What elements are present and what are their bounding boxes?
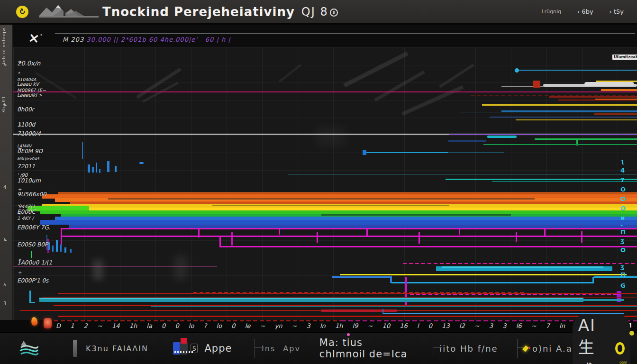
trace-segment xyxy=(594,113,637,115)
toolbar-group1-label[interactable]: K3nu FAIAΛIN xyxy=(86,344,148,353)
chart-mark: ↓ xyxy=(18,122,22,127)
watermark: AI生成 0000 xyxy=(573,314,630,364)
nav-back-button-2[interactable]: ‹ t5y xyxy=(610,8,624,15)
left-rail: lnb-ul vnbnqw 3luc01 ↳↳4↳ʌ3 xyxy=(0,25,13,332)
trace-segment xyxy=(448,140,486,142)
trace-segment xyxy=(92,167,94,173)
x-tick-label: 3 xyxy=(502,322,506,329)
x-tick-label: 0 xyxy=(162,322,165,329)
chart-mark: + xyxy=(18,60,22,65)
right-edge-glyph: O xyxy=(620,205,626,212)
trace-segment xyxy=(60,245,62,252)
right-edge-glyph: ʅ xyxy=(620,157,624,164)
right-edge-glyph: O xyxy=(620,246,626,254)
trace-segment xyxy=(40,210,637,214)
toolbar-group5-label[interactable]: iito Hb f/ne xyxy=(439,344,498,354)
x-axis: D12~141hla00lo?lo0le~yn~3ln1hl9~1016l013… xyxy=(0,320,637,332)
right-edge-glyph: - xyxy=(620,222,623,229)
trace-segment xyxy=(401,85,464,116)
trace-segment xyxy=(58,293,637,294)
y-axis-label: EB006Y 7G. xyxy=(17,224,51,231)
x-tick-label: le xyxy=(245,322,251,329)
trace-segment xyxy=(410,294,617,295)
page-title: Tnockind Perejeheiativiny xyxy=(102,5,295,19)
y-axis-label: E000P'1 0s xyxy=(17,277,48,284)
right-edge-glyph: O xyxy=(620,195,626,202)
nav-back-button-1[interactable]: ‹ 6by xyxy=(577,8,593,15)
asterisk-icon[interactable]: ×· xyxy=(27,30,43,46)
x-tick-label: 7 xyxy=(546,322,550,329)
top-right-label: Lrügnlq xyxy=(541,9,561,15)
trace-segment xyxy=(439,64,474,88)
toolbar-group4-label[interactable]: Ma: tius chImnoil de=Ica xyxy=(319,337,412,360)
ship-icon[interactable] xyxy=(173,342,188,355)
x-tick-label: 10 xyxy=(382,322,391,329)
x-tick-label: ~ xyxy=(97,322,102,329)
trace-segment xyxy=(317,232,318,243)
chart-mark: + xyxy=(18,210,22,216)
trace-segment xyxy=(29,302,35,303)
trace-segment xyxy=(29,291,31,303)
x-tick-label: 14 xyxy=(112,322,120,329)
x-axis-ticks: D12~141hla00lo?lo0le~yn~3ln1hl9~1016l013… xyxy=(0,322,637,329)
trace-segment xyxy=(516,232,517,242)
filter-query[interactable]: M 203 30.000 || 2*601b 60 4he.000|e' - 6… xyxy=(63,36,231,43)
notification-dot xyxy=(347,333,350,336)
toolbar-group3a-label[interactable]: Ins xyxy=(262,344,275,353)
trace-segment xyxy=(56,240,58,252)
app-logo-icon[interactable]: ↻ xyxy=(16,6,28,18)
trace-segment xyxy=(332,276,391,278)
toolbar-group3b-label[interactable]: Apv xyxy=(283,344,300,353)
chart-mark: ↑ xyxy=(18,258,22,263)
y-axis-label: M0U/nV0A5 xyxy=(17,157,39,161)
trace-segment xyxy=(279,228,280,235)
trace-segment xyxy=(40,220,637,225)
x-tick-label: ~ xyxy=(260,322,265,329)
trace-segment xyxy=(403,263,637,264)
app-window: ↻ Tnockind Perejeheiativiny QJ 8 Lrügnlq… xyxy=(0,0,637,364)
trace-segment xyxy=(31,251,32,258)
trace-segment xyxy=(58,316,637,317)
chart-mark: + xyxy=(18,270,22,275)
trace-segment xyxy=(391,282,592,283)
x-tick-label: D xyxy=(56,322,61,329)
circled-dot-icon xyxy=(330,9,338,17)
timeline-chart[interactable]: 20.0x/n010404ALaaau kVM0096? (E~Laeeulkl… xyxy=(13,47,637,320)
rail-mark: ʌ xyxy=(3,282,6,287)
trace-segment xyxy=(592,277,594,283)
trace-segment xyxy=(366,152,448,153)
legend-chip[interactable]: Ufamitzeab xyxy=(612,55,637,60)
trace-segment xyxy=(174,256,187,280)
y-axis-label: 1A00u0 1/(1 xyxy=(17,259,52,266)
top-bar-right: Lrügnlq ‹ 6by ‹ t5y xyxy=(541,8,624,15)
top-bar: ↻ Tnockind Perejeheiativiny QJ 8 Lrügnlq… xyxy=(0,0,637,25)
right-edge-glyph: ʒ xyxy=(620,263,624,270)
panel-icon[interactable] xyxy=(73,340,77,357)
watermark-text: AI生成 xyxy=(578,316,611,364)
trace-segment xyxy=(64,247,66,253)
x-tick-label: 0 xyxy=(175,322,179,329)
right-edge-glyph: ɴ xyxy=(620,214,625,221)
trace-segment xyxy=(549,96,637,98)
title-suffix: QJ 8 xyxy=(301,5,338,18)
filter-underline xyxy=(55,33,635,34)
trace-segment xyxy=(219,236,221,247)
toolbar-group6-label[interactable]: o)ni A.a xyxy=(532,344,573,354)
x-tick-label: ~ xyxy=(531,322,537,329)
toolbar-divider-1 xyxy=(255,339,255,358)
right-edge-glyph: ʒ xyxy=(620,237,624,244)
trace-segment xyxy=(88,164,90,173)
waves-icon[interactable] xyxy=(19,340,39,357)
trace-segment xyxy=(516,119,637,120)
trace-segment xyxy=(219,246,637,247)
trace-segment xyxy=(96,163,97,173)
filter-query-text: 30.000 || 2*601b 60 4he.000|e' - 60 | h … xyxy=(86,36,230,43)
logo-glyph: ↻ xyxy=(18,7,27,16)
y-axis-label: Laaau kV xyxy=(17,82,39,87)
trace-segment xyxy=(595,99,637,100)
y-axis-label: Laeeulkl > xyxy=(17,92,42,98)
trace-segment xyxy=(321,309,397,312)
toolbar-group2-label[interactable]: Appe xyxy=(204,343,232,354)
trace-segment xyxy=(212,205,449,206)
trace-segment xyxy=(442,266,603,268)
